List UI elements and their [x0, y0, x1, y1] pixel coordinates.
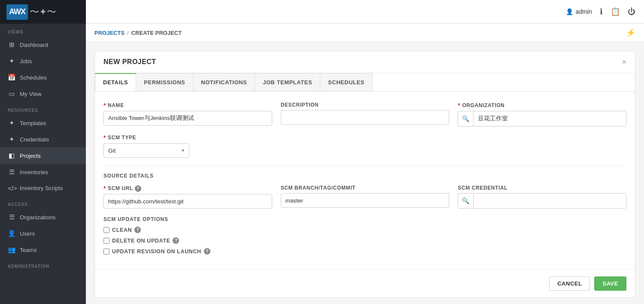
logo-wings: 〜✦〜	[30, 6, 56, 18]
scm-type-select[interactable]: Manual Git Mercurial Subversion Insights	[103, 143, 189, 158]
field-scm-url: * SCM URL ?	[103, 185, 272, 209]
sidebar-item-inventory-scripts[interactable]: </> Inventory Scripts	[0, 180, 86, 196]
organization-input-wrapper: 🔍	[458, 111, 626, 126]
save-button[interactable]: SAVE	[594, 276, 626, 291]
clean-help-icon[interactable]: ?	[134, 227, 141, 233]
user-menu[interactable]: 👤 admin	[566, 8, 592, 15]
sidebar-item-users[interactable]: 👤 Users	[0, 225, 86, 242]
sidebar: AWX 〜✦〜 VIEWS ⊞ Dashboard ✦ Jobs 📅 Sched…	[0, 0, 86, 304]
teams-icon: 👥	[8, 246, 15, 254]
organization-input[interactable]	[474, 111, 626, 126]
scm-credential-label: SCM CREDENTIAL	[458, 185, 626, 191]
content-area: NEW PROJECT × DETAILS PERMISSIONS NOTIFI…	[86, 42, 644, 304]
name-label: * NAME	[103, 102, 272, 109]
sidebar-item-organizations[interactable]: ☰ Organizations	[0, 209, 86, 225]
breadcrumb-separator: /	[127, 30, 129, 36]
dashboard-icon: ⊞	[8, 41, 15, 49]
sidebar-item-projects[interactable]: ◧ Projects	[0, 147, 86, 164]
breadcrumb-right: ⚡	[626, 28, 635, 37]
sidebar-item-inventories[interactable]: ☰ Inventories	[0, 164, 86, 180]
inventory-scripts-icon: </>	[8, 184, 15, 192]
clean-label: CLEAN	[112, 227, 132, 233]
scm-url-required: *	[103, 185, 106, 192]
scm-credential-input[interactable]	[474, 193, 626, 208]
credentials-icon: ✦	[8, 135, 15, 143]
user-icon: 👤	[566, 8, 573, 15]
scm-type-required: *	[103, 134, 106, 141]
cancel-button[interactable]: CANCEL	[549, 276, 590, 291]
scm-type-label: * SCM TYPE	[103, 134, 189, 141]
projects-icon: ◧	[8, 152, 15, 160]
schedules-icon: 📅	[8, 74, 15, 81]
power-icon[interactable]: ⏻	[628, 7, 635, 16]
scm-url-label: * SCM URL ?	[103, 185, 272, 192]
administration-section-label: ADMINISTRATION	[0, 258, 86, 271]
scm-branch-label: SCM BRANCH/TAG/COMMIT	[281, 185, 450, 191]
field-organization: * ORGANIZATION 🔍	[458, 102, 626, 126]
resources-section-label: RESOURCES	[0, 102, 86, 115]
templates-icon: ✦	[8, 119, 15, 127]
delete-on-update-checkbox[interactable]	[103, 238, 109, 244]
field-scm-type: * SCM TYPE Manual Git Mercurial Subversi…	[103, 134, 189, 158]
form-body: * NAME DESCRIPTION * O	[95, 92, 635, 269]
access-section-label: ACCESS	[0, 196, 86, 209]
source-details-section-label: SOURCE DETAILS	[103, 166, 626, 179]
field-scm-credential: SCM CREDENTIAL 🔍	[458, 185, 626, 209]
organization-label: * ORGANIZATION	[458, 102, 626, 109]
form-footer: CANCEL SAVE	[95, 269, 635, 298]
scm-credential-search-button[interactable]: 🔍	[458, 193, 474, 208]
jobs-icon: ✦	[8, 57, 15, 65]
inventories-icon: ☰	[8, 168, 15, 176]
breadcrumb-parent[interactable]: PROJECTS	[94, 30, 125, 36]
tab-job-templates[interactable]: JOB TEMPLATES	[255, 73, 320, 91]
metrics-icon[interactable]: ⚡	[626, 28, 635, 37]
name-required: *	[103, 102, 106, 109]
sidebar-item-teams[interactable]: 👥 Teams	[0, 242, 86, 258]
tab-schedules[interactable]: SCHEDULES	[320, 73, 373, 91]
scm-credential-input-wrapper: 🔍	[458, 193, 626, 209]
users-icon: 👤	[8, 230, 15, 237]
update-revision-label: UPDATE REVISION ON LAUNCH	[112, 249, 201, 255]
tab-permissions[interactable]: PERMISSIONS	[136, 73, 193, 91]
sidebar-logo: AWX 〜✦〜	[0, 0, 86, 24]
clipboard-icon[interactable]: 📋	[611, 7, 620, 16]
organization-search-button[interactable]: 🔍	[458, 111, 474, 126]
field-name: * NAME	[103, 102, 272, 126]
scm-url-help-icon[interactable]: ?	[135, 185, 141, 192]
views-section-label: VIEWS	[0, 24, 86, 37]
update-revision-checkbox-group: UPDATE REVISION ON LAUNCH ?	[103, 248, 626, 255]
field-description: DESCRIPTION	[281, 102, 450, 126]
card-title: NEW PROJECT	[103, 58, 156, 66]
update-revision-help-icon[interactable]: ?	[204, 248, 210, 255]
field-scm-branch: SCM BRANCH/TAG/COMMIT	[281, 185, 450, 209]
clean-checkbox[interactable]	[103, 227, 109, 233]
username-label: admin	[576, 8, 592, 15]
info-icon[interactable]: ℹ	[600, 7, 603, 16]
sidebar-item-jobs[interactable]: ✦ Jobs	[0, 53, 86, 69]
my-view-icon: ▭	[8, 90, 15, 98]
clean-checkbox-group: CLEAN ?	[103, 227, 626, 233]
sidebar-item-schedules[interactable]: 📅 Schedules	[0, 69, 86, 86]
tabs: DETAILS PERMISSIONS NOTIFICATIONS JOB TE…	[95, 73, 635, 92]
update-revision-checkbox[interactable]	[103, 249, 109, 255]
delete-on-update-label: DELETE ON UPDATE	[112, 238, 170, 244]
sidebar-item-my-view[interactable]: ▭ My View	[0, 86, 86, 102]
delete-on-update-checkbox-group: DELETE ON UPDATE ?	[103, 237, 626, 244]
sidebar-item-credentials[interactable]: ✦ Credentials	[0, 131, 86, 147]
scm-branch-input[interactable]	[281, 193, 450, 208]
tab-notifications[interactable]: NOTIFICATIONS	[193, 73, 255, 91]
new-project-card: NEW PROJECT × DETAILS PERMISSIONS NOTIFI…	[94, 51, 635, 298]
description-input[interactable]	[281, 110, 450, 125]
sidebar-item-templates[interactable]: ✦ Templates	[0, 115, 86, 131]
description-label: DESCRIPTION	[281, 102, 450, 108]
delete-on-update-help-icon[interactable]: ?	[173, 237, 179, 244]
tab-details[interactable]: DETAILS	[95, 73, 136, 91]
row-scm-type: * SCM TYPE Manual Git Mercurial Subversi…	[103, 134, 626, 158]
card-header: NEW PROJECT ×	[95, 51, 635, 73]
main-area: 👤 admin ℹ 📋 ⏻ PROJECTS / CREATE PROJECT …	[86, 0, 644, 304]
sidebar-item-dashboard[interactable]: ⊞ Dashboard	[0, 37, 86, 53]
scm-url-input[interactable]	[103, 194, 272, 209]
name-input[interactable]	[103, 111, 272, 126]
org-required: *	[458, 102, 460, 109]
close-button[interactable]: ×	[622, 58, 626, 66]
